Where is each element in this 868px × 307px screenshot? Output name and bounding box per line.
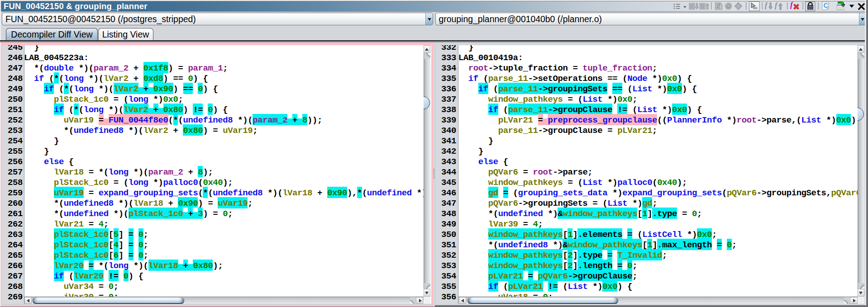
svg-text:f: f xyxy=(765,1,768,9)
svg-text:C: C xyxy=(727,4,730,9)
svg-text:01: 01 xyxy=(716,6,720,9)
svg-text:f: f xyxy=(790,0,794,9)
svg-text:C: C xyxy=(824,2,829,9)
svg-text:f: f xyxy=(775,1,778,9)
